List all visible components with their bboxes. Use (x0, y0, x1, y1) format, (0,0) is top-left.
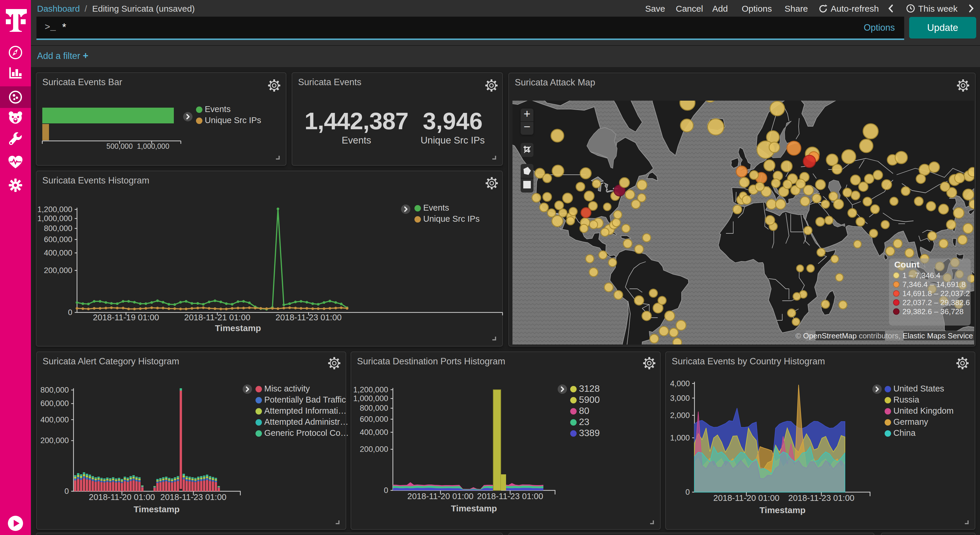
svg-text:2018-11-19 01:00: 2018-11-19 01:00 (93, 313, 159, 322)
svg-text:0: 0 (384, 486, 388, 495)
svg-text:600,000: 600,000 (360, 415, 388, 424)
svg-text:Timestamp: Timestamp (134, 505, 180, 514)
svg-text:1,000,000: 1,000,000 (353, 394, 388, 403)
svg-text:1,000,000: 1,000,000 (37, 214, 72, 223)
svg-text:1,000: 1,000 (670, 433, 690, 442)
svg-text:200,000: 200,000 (360, 445, 388, 454)
svg-text:200,000: 200,000 (40, 436, 69, 445)
svg-text:Timestamp: Timestamp (759, 505, 806, 515)
svg-text:400,000: 400,000 (360, 428, 388, 437)
svg-text:© OpenStreetMap contributors,: © OpenStreetMap contributors, Elastic Ma… (795, 331, 973, 340)
svg-text:1,200,000: 1,200,000 (353, 385, 388, 394)
svg-text:800,000: 800,000 (40, 385, 69, 394)
svg-text:3,000: 3,000 (670, 394, 690, 403)
svg-text:200,000: 200,000 (44, 266, 72, 275)
svg-text:Timestamp: Timestamp (215, 323, 261, 333)
svg-text:2018-11-23 01:00: 2018-11-23 01:00 (161, 492, 227, 502)
svg-text:600,000: 600,000 (44, 235, 72, 244)
svg-text:1,000,000: 1,000,000 (137, 142, 169, 150)
svg-text:Timestamp: Timestamp (451, 503, 497, 513)
svg-text:2018-11-23 01:00: 2018-11-23 01:00 (477, 492, 543, 501)
svg-text:0: 0 (68, 308, 72, 317)
svg-text:400,000: 400,000 (44, 248, 72, 257)
svg-text:600,000: 600,000 (40, 399, 69, 408)
svg-text:2018-11-20 01:00: 2018-11-20 01:00 (407, 492, 474, 501)
svg-text:2018-11-21 01:00: 2018-11-21 01:00 (185, 313, 251, 322)
svg-text:2018-11-20 01:00: 2018-11-20 01:00 (89, 492, 155, 502)
svg-text:800,000: 800,000 (360, 404, 388, 412)
svg-text:2,000: 2,000 (670, 411, 690, 420)
svg-text:4,000: 4,000 (670, 379, 690, 388)
svg-text:400,000: 400,000 (40, 416, 69, 424)
svg-text:0: 0 (686, 488, 690, 497)
svg-text:2018-11-23 01:00: 2018-11-23 01:00 (788, 493, 854, 503)
svg-text:0: 0 (64, 487, 69, 496)
svg-text:2018-11-20 01:00: 2018-11-20 01:00 (713, 493, 780, 503)
svg-text:800,000: 800,000 (44, 224, 72, 233)
svg-text:2018-11-23 01:00: 2018-11-23 01:00 (275, 313, 342, 322)
svg-text:1,200,000: 1,200,000 (37, 205, 72, 214)
svg-text:500,000: 500,000 (107, 142, 133, 150)
